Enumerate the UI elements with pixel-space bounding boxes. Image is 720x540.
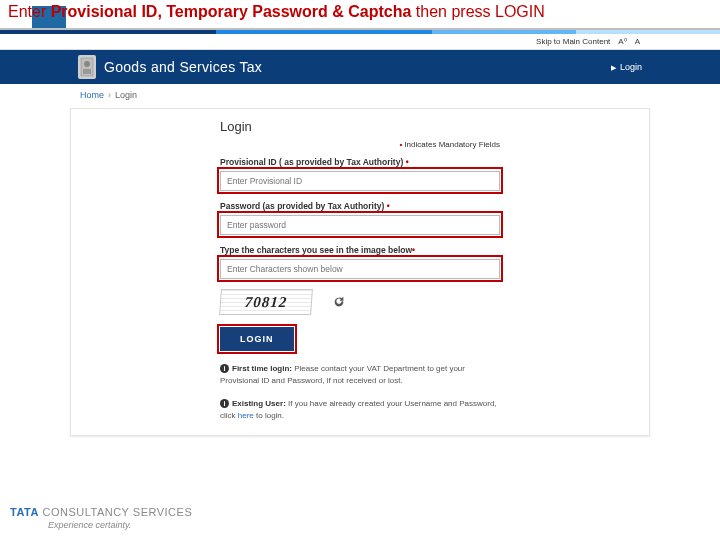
emblem-icon: [78, 55, 96, 79]
font-size-normal[interactable]: A: [635, 37, 640, 46]
footer-brand: TATA CONSULTANCY SERVICES Experience cer…: [10, 506, 192, 530]
captcha-row: 70812: [220, 289, 500, 315]
svg-rect-2: [83, 69, 91, 74]
provisional-id-highlight: [220, 170, 500, 201]
captcha-image: 70812: [219, 289, 313, 315]
provisional-id-label: Provisional ID ( as provided by Tax Auth…: [220, 157, 500, 167]
refresh-captcha-icon[interactable]: [332, 295, 346, 309]
crumb-home[interactable]: Home: [80, 90, 104, 100]
tcs-tagline: Experience certainty.: [48, 520, 192, 530]
provisional-id-input[interactable]: [220, 171, 500, 191]
login-panel: Login •Indicates Mandatory Fields Provis…: [70, 108, 650, 436]
info-icon: i: [220, 364, 229, 373]
password-highlight: [220, 214, 500, 245]
skip-link[interactable]: Skip to Main Content: [536, 37, 610, 46]
utility-bar: Skip to Main Content A⁰ A: [0, 34, 720, 50]
captcha-label: Type the characters you see in the image…: [220, 245, 500, 255]
breadcrumb: Home›Login: [0, 84, 720, 106]
instruction-bold: Provisional ID, Temporary Password & Cap…: [51, 3, 412, 20]
header-login-link[interactable]: Login: [611, 62, 642, 72]
captcha-highlight: [220, 258, 500, 289]
login-button[interactable]: LOGIN: [220, 327, 294, 351]
mandatory-text: Indicates Mandatory Fields: [404, 140, 500, 149]
captcha-input[interactable]: [220, 259, 500, 279]
brand-title: Goods and Services Tax: [104, 59, 262, 75]
crumb-current: Login: [115, 90, 137, 100]
form-title: Login: [220, 119, 500, 134]
font-size-small[interactable]: A⁰: [618, 37, 626, 46]
password-label: Password (as provided by Tax Authority) …: [220, 201, 500, 211]
first-time-note: iFirst time login: Please contact your V…: [220, 363, 500, 386]
instruction-suffix: then press LOGIN: [411, 3, 544, 20]
existing-bold: Existing User:: [232, 399, 286, 408]
tcs-logo: TATA CONSULTANCY SERVICES: [10, 506, 192, 518]
existing-here-link[interactable]: here: [238, 411, 254, 420]
brand: Goods and Services Tax: [78, 55, 262, 79]
crumb-sep: ›: [108, 90, 111, 100]
tcs-cs: CONSULTANCY SERVICES: [39, 506, 192, 518]
tcs-tata: TATA: [10, 506, 39, 518]
first-time-bold: First time login:: [232, 364, 292, 373]
site-header: Goods and Services Tax Login: [0, 50, 720, 84]
existing-post: to login.: [254, 411, 284, 420]
existing-user-note: iExisting User: If you have already crea…: [220, 398, 500, 421]
mandatory-note: •Indicates Mandatory Fields: [220, 140, 500, 149]
login-button-highlight: LOGIN: [220, 327, 294, 351]
instruction-text: Enter Provisional ID, Temporary Password…: [8, 3, 545, 20]
login-form: Login •Indicates Mandatory Fields Provis…: [220, 119, 500, 421]
instruction-bar: Enter Provisional ID, Temporary Password…: [0, 0, 720, 30]
password-input[interactable]: [220, 215, 500, 235]
instruction-prefix: Enter: [8, 3, 51, 20]
info-icon: i: [220, 399, 229, 408]
svg-point-1: [84, 61, 90, 67]
